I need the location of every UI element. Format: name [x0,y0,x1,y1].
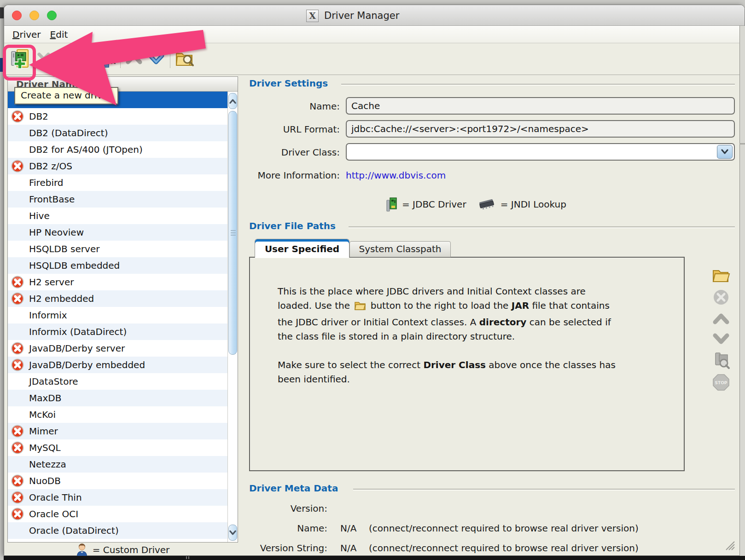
section-rule [349,226,735,227]
driver-name: FrontBase [29,194,75,205]
minimize-window-button[interactable] [29,11,39,20]
driver-row[interactable]: Informix [8,307,227,323]
driver-row[interactable]: Mimer [8,423,227,439]
more-information-label: More Information: [156,170,340,181]
driver-name: Hive [29,210,50,221]
stop-button[interactable]: STOP [712,373,730,392]
driver-class-combo[interactable] [346,143,735,161]
url-format-field[interactable]: jdbc:Cache://<server>:<port1972>/<namesp… [346,120,735,138]
section-rule [341,84,735,85]
resize-grip-icon[interactable] [723,539,735,551]
driver-settings-title: Driver Settings [249,78,328,89]
background-window-fragment [0,7,4,18]
driver-error-icon [11,275,24,289]
driver-row[interactable]: H2 embedded [8,290,227,307]
close-window-button[interactable] [12,11,22,20]
driver-row[interactable]: HSQLDB embedded [8,257,227,274]
driver-name: Netezza [29,459,66,470]
driver-name: Informix (DataDirect) [29,326,127,337]
move-file-down-button[interactable] [712,329,730,348]
driver-name: H2 server [29,277,74,288]
folder-icon [354,300,366,315]
driver-row[interactable]: Netezza [8,456,227,473]
driver-error-icon [11,441,24,455]
driver-name: MaxDB [29,393,61,404]
driver-error-icon [11,507,24,521]
driver-icon-placeholder [11,143,24,156]
jdbc-driver-icon [385,196,397,212]
move-file-up-button[interactable] [712,310,730,328]
driver-icon-placeholder [11,457,24,471]
driver-error-icon [11,341,24,355]
driver-error-icon [11,474,24,488]
driver-icon-placeholder [11,408,24,421]
driver-row[interactable]: JavaDB/Derby server [8,340,227,357]
driver-error-icon [11,424,24,438]
chevron-down-icon [712,332,730,346]
driver-icon-placeholder [11,242,24,256]
driver-name: H2 embedded [29,293,94,304]
driver-name: NuoDB [29,475,61,486]
open-file-button[interactable] [712,266,730,285]
driver-error-icon [11,292,24,306]
driver-row[interactable]: HSQLDB server [8,241,227,257]
tab-user-specified[interactable]: User Specified [255,239,349,258]
chevron-up-icon [712,312,730,326]
driver-icon-placeholder [11,192,24,206]
driver-meta-data-title: Driver Meta Data [249,483,338,494]
annotation-arrow [19,26,217,113]
driver-name: McKoi [29,409,56,420]
file-paths-description: This is the place where JDBC drivers and… [278,284,660,387]
svg-text:STOP: STOP [715,381,728,385]
driver-name: JDataStore [29,376,78,387]
more-info-link[interactable]: http://www.dbvis.com [346,170,446,181]
jndi-lookup-icon [477,197,496,211]
driver-name: HP Neoview [29,227,84,238]
window-bottom-handle [186,556,187,559]
driver-icon-placeholder [11,391,24,405]
driver-class-label: Driver Class: [156,147,340,158]
driver-row[interactable]: McKoi [8,406,227,423]
jdbc-legend-label: = JDBC Driver [402,199,466,210]
driver-row[interactable]: MySQL [8,439,227,456]
stop-icon: STOP [712,374,730,391]
x11-app-icon: X [306,10,319,22]
driver-file-paths-title: Driver File Paths [249,220,336,231]
icon-legend: = JDBC Driver = JNDI Lookup [385,196,566,212]
driver-row[interactable]: MaxDB [8,390,227,406]
zoom-window-button[interactable] [47,11,57,20]
version-string-value: N/A [340,543,356,554]
driver-row[interactable]: Informix (DataDirect) [8,323,227,340]
version-string-label: Version String: [161,543,327,554]
scrollbar-grip [231,230,236,237]
driver-row[interactable]: H2 server [8,274,227,290]
find-driver-class-icon [712,351,730,369]
driver-icon-placeholder [11,209,24,223]
person-icon [76,543,88,557]
driver-icon-placeholder [11,325,24,339]
driver-icon-placeholder [11,259,24,272]
driver-error-icon [11,491,24,504]
find-driver-class-button[interactable] [712,351,730,369]
window-right-border [739,26,745,556]
meta-name-note: (connect/reconnect required to browse re… [369,523,639,534]
driver-class-dropdown-button[interactable] [717,145,733,159]
driver-name: Firebird [29,177,64,188]
driver-name: MySQL [29,442,61,453]
driver-row[interactable]: Hive [8,208,227,224]
driver-row[interactable]: JDataStore [8,373,227,390]
driver-name: JavaDB/Derby server [29,343,125,354]
driver-row[interactable]: HP Neoview [8,224,227,241]
driver-row[interactable]: FrontBase [8,191,227,208]
driver-icon-placeholder [11,126,24,140]
remove-file-button[interactable] [712,288,730,306]
title-bar[interactable]: X Driver Manager [4,5,745,26]
driver-icon-placeholder [11,375,24,388]
driver-list-scrollbar[interactable] [227,92,238,542]
driver-row[interactable]: JavaDB/Derby embedded [8,357,227,373]
driver-row[interactable]: NuoDB [8,473,227,489]
window-title: Driver Manager [324,10,399,21]
tab-system-classpath[interactable]: System Classpath [349,241,451,257]
driver-name-field[interactable]: Cache [346,97,735,115]
driver-icon-placeholder [11,225,24,239]
